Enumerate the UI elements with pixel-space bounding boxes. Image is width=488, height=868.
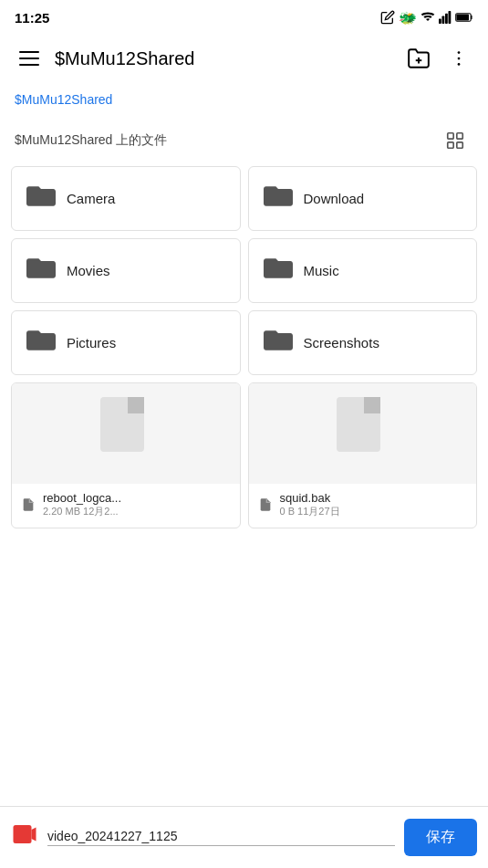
svg-rect-2 bbox=[445, 14, 448, 24]
grid-view-icon bbox=[445, 131, 465, 151]
breadcrumb: $MuMu12Shared bbox=[0, 84, 488, 111]
file-header: $MuMu12Shared 上的文件 bbox=[0, 111, 488, 166]
file-preview bbox=[249, 383, 477, 484]
app-bar-actions bbox=[400, 40, 477, 77]
svg-rect-11 bbox=[448, 133, 453, 139]
svg-point-10 bbox=[458, 63, 461, 66]
battery-icon bbox=[455, 11, 473, 24]
svg-rect-18 bbox=[364, 397, 380, 413]
file-info: squid.bak 0 B 11月27日 bbox=[249, 484, 477, 528]
more-icon bbox=[449, 48, 469, 68]
hamburger-line-2 bbox=[19, 58, 39, 59]
menu-button[interactable] bbox=[11, 40, 47, 77]
video-file-icon bbox=[11, 821, 38, 854]
file-header-title: $MuMu12Shared 上的文件 bbox=[15, 132, 167, 149]
svg-rect-14 bbox=[457, 142, 462, 148]
svg-rect-3 bbox=[449, 11, 452, 24]
folder-name: Screenshots bbox=[304, 335, 379, 350]
app-bar-title: $MuMu12Shared bbox=[47, 48, 400, 69]
folder-name: Music bbox=[304, 263, 339, 278]
file-grid: Camera Download Movies Music bbox=[0, 166, 488, 528]
folder-icon bbox=[264, 183, 293, 214]
folder-name: Pictures bbox=[67, 335, 116, 350]
folder-item[interactable]: Pictures bbox=[11, 310, 241, 375]
hamburger-line-1 bbox=[19, 51, 39, 53]
folder-item[interactable]: Music bbox=[248, 238, 478, 303]
app-bar: $MuMu12Shared bbox=[0, 33, 488, 84]
folder-item[interactable]: Movies bbox=[11, 238, 241, 303]
folder-item[interactable]: Download bbox=[248, 166, 478, 231]
svg-point-9 bbox=[458, 58, 461, 60]
bottom-file-name: video_20241227_1125 bbox=[47, 829, 395, 846]
folder-icon bbox=[26, 256, 56, 286]
file-name: squid.bak bbox=[280, 491, 340, 505]
svg-rect-16 bbox=[128, 397, 144, 413]
file-small-icon bbox=[21, 497, 36, 512]
folder-name: Download bbox=[304, 191, 365, 206]
file-doc-icon bbox=[337, 397, 388, 470]
edit-icon bbox=[380, 10, 395, 25]
folder-icon bbox=[264, 256, 293, 286]
svg-point-8 bbox=[458, 51, 461, 54]
folder-icon bbox=[26, 328, 56, 358]
svg-rect-13 bbox=[448, 142, 453, 148]
file-small-icon bbox=[258, 497, 273, 512]
breadcrumb-link[interactable]: $MuMu12Shared bbox=[15, 92, 112, 107]
file-meta: reboot_logca... 2.20 MB 12月2... bbox=[43, 491, 121, 518]
hamburger-line-3 bbox=[19, 64, 39, 66]
file-details: 0 B 11月27日 bbox=[280, 505, 340, 518]
new-folder-button[interactable] bbox=[400, 40, 437, 77]
save-button[interactable]: 保存 bbox=[404, 819, 477, 856]
folder-item[interactable]: Camera bbox=[11, 166, 241, 231]
avatar-icon: 🐲 bbox=[399, 9, 417, 26]
file-name: reboot_logca... bbox=[43, 491, 121, 505]
folder-icon bbox=[264, 328, 293, 358]
folder-name: Camera bbox=[67, 191, 115, 206]
file-preview bbox=[12, 383, 240, 484]
file-doc-icon bbox=[100, 397, 151, 470]
bottom-bar: video_20241227_1125 保存 bbox=[0, 806, 488, 868]
file-details: 2.20 MB 12月2... bbox=[43, 505, 121, 518]
svg-rect-1 bbox=[442, 16, 445, 24]
folder-name: Movies bbox=[67, 263, 110, 278]
wifi-icon bbox=[421, 10, 435, 25]
svg-rect-5 bbox=[456, 14, 469, 20]
status-icons: 🐲 bbox=[380, 9, 473, 26]
file-item[interactable]: squid.bak 0 B 11月27日 bbox=[248, 382, 478, 528]
svg-rect-0 bbox=[439, 18, 441, 24]
status-time: 11:25 bbox=[15, 10, 49, 26]
folder-icon bbox=[26, 183, 56, 214]
signal-icon bbox=[439, 10, 452, 25]
view-toggle-button[interactable] bbox=[437, 122, 473, 159]
folder-item[interactable]: Screenshots bbox=[248, 310, 478, 375]
file-meta: squid.bak 0 B 11月27日 bbox=[280, 491, 340, 518]
status-bar: 11:25 🐲 bbox=[0, 0, 488, 33]
file-info: reboot_logca... 2.20 MB 12月2... bbox=[12, 484, 240, 528]
new-folder-icon bbox=[407, 47, 431, 70]
svg-rect-12 bbox=[457, 133, 462, 139]
file-item[interactable]: reboot_logca... 2.20 MB 12月2... bbox=[11, 382, 241, 528]
more-button[interactable] bbox=[441, 40, 477, 77]
svg-rect-19 bbox=[14, 825, 32, 843]
svg-marker-20 bbox=[32, 828, 36, 842]
